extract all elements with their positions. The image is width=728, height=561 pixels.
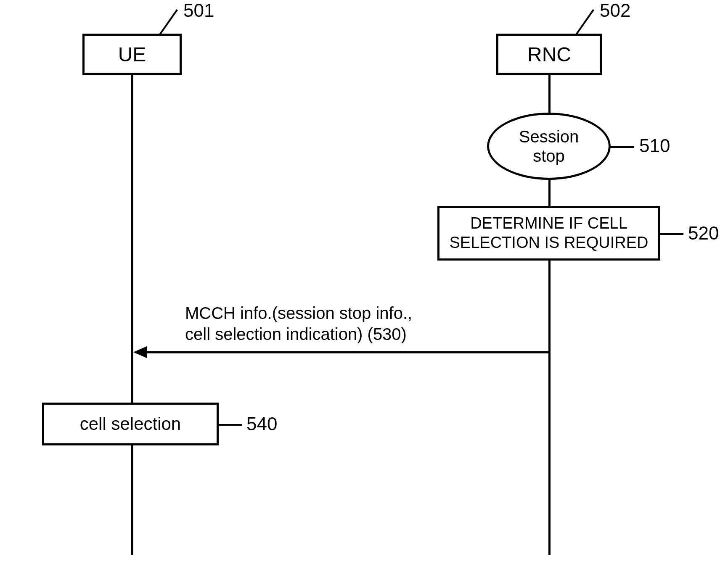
- actor-rnc-label: RNC: [527, 43, 571, 66]
- ref-leader-502: [575, 9, 594, 35]
- ref-540: 540: [246, 414, 277, 435]
- ref-leader-520: [660, 233, 683, 235]
- mcch-arrow-line: [135, 351, 550, 353]
- ref-510: 510: [639, 135, 670, 156]
- rnc-lifeline-2: [548, 180, 551, 206]
- ref-leader-540: [219, 424, 242, 426]
- rnc-lifeline-3: [548, 261, 551, 555]
- actor-rnc-box: RNC: [496, 34, 602, 75]
- actor-ue-label: UE: [118, 43, 146, 66]
- session-stop-ellipse: Session stop: [487, 113, 611, 180]
- ref-520: 520: [688, 223, 719, 244]
- ref-502: 502: [600, 0, 630, 21]
- session-stop-label: Session stop: [519, 127, 579, 166]
- determine-box: DETERMINE IF CELL SELECTION IS REQUIRED: [437, 206, 660, 261]
- rnc-lifeline-1: [548, 75, 551, 113]
- ref-leader-501: [159, 9, 178, 35]
- mcch-label: MCCH info.(session stop info., cell sele…: [185, 303, 412, 345]
- cell-selection-label: cell selection: [80, 414, 181, 434]
- ref-501: 501: [183, 0, 214, 21]
- cell-selection-box: cell selection: [42, 403, 219, 445]
- actor-ue-box: UE: [82, 34, 182, 75]
- determine-label: DETERMINE IF CELL SELECTION IS REQUIRED: [450, 214, 649, 252]
- ref-leader-510: [609, 146, 634, 148]
- mcch-arrow-head: [133, 346, 147, 358]
- ue-lifeline-2: [131, 445, 133, 555]
